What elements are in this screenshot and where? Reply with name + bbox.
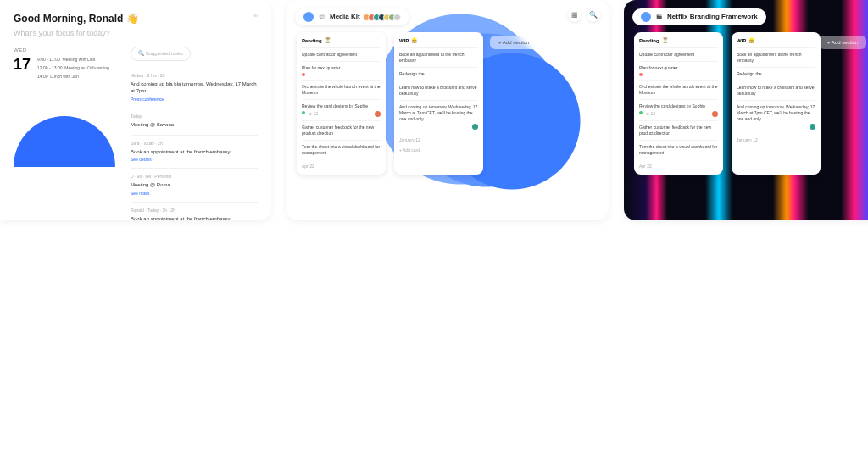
feed-item[interactable]: Today Meeting @ Savona: [131, 108, 258, 136]
board-emoji-icon: 📰: [319, 14, 325, 20]
construction-icon: 👷: [411, 37, 417, 44]
board-emoji-icon: 🎬: [656, 14, 662, 20]
board-title: Media Kit: [330, 12, 360, 21]
lane-pending: Pending⏳ Update contractor agreement Pla…: [297, 32, 386, 175]
search-icon[interactable]: 🔍: [587, 8, 600, 22]
card[interactable]: Learn how to make a croissant and serve …: [399, 81, 478, 100]
decorative-semicircle: [14, 116, 115, 167]
agenda-item[interactable]: 12:00 - 13:00 Meeting re: Onboarding: [37, 65, 109, 71]
add-card-button[interactable]: + Add card: [399, 143, 478, 153]
board-header[interactable]: 🎬 Netflix Branding Framework: [632, 8, 766, 25]
board-netflix-neon: 🎬 Netflix Branding Framework + Add secti…: [624, 0, 868, 220]
card[interactable]: Orchestrate the whole launch event at th…: [302, 80, 381, 99]
collaborator-avatars[interactable]: [365, 14, 401, 21]
agenda-item[interactable]: 14:00 Lunch with Jan: [37, 74, 109, 80]
card[interactable]: Gather customer feedback for the new pro…: [639, 120, 718, 140]
card[interactable]: Plan for next quarter: [639, 61, 718, 80]
hourglass-icon: ⏳: [325, 37, 331, 44]
greeting: Good Morning, Ronald 👋: [14, 12, 258, 26]
card[interactable]: Plan for next quarter: [302, 61, 381, 80]
card[interactable]: Orchestrate the whole launch event at th…: [639, 80, 718, 99]
card[interactable]: Book an appointment at the french embass…: [399, 47, 478, 67]
feed-item[interactable]: Ronald · Today · 3h · 2h Book an appoint…: [131, 203, 258, 220]
home-icon[interactable]: [303, 12, 314, 22]
lane-pending: Pending⏳ Update contractor agreement Pla…: [634, 32, 723, 175]
grid-view-icon[interactable]: ▦: [568, 8, 581, 22]
board-header[interactable]: 📰 Media Kit: [295, 8, 409, 25]
feed-item[interactable]: Sara · Today · 2h Book an appointment at…: [131, 136, 258, 169]
suggested-tasks-search[interactable]: 🔍 Suggested tasks: [131, 47, 191, 60]
card[interactable]: Learn how to make a croissant and serve …: [737, 81, 815, 100]
card[interactable]: And coming up tomorrow, Wednesday, 17 Ma…: [737, 100, 815, 133]
add-section-button[interactable]: + Add section: [490, 36, 537, 49]
pin-icon[interactable]: ⊕: [253, 12, 258, 19]
card[interactable]: And coming up tomorrow, Wednesday, 17 Ma…: [399, 100, 478, 133]
home-icon[interactable]: [641, 12, 651, 22]
card[interactable]: Turn the sheet into a visual dashboard f…: [302, 140, 381, 159]
card[interactable]: Update contractor agreement: [639, 47, 718, 61]
card[interactable]: Redesign the: [399, 67, 478, 81]
board-title: Netflix Branding Framework: [667, 12, 758, 21]
card[interactable]: Redesign the: [737, 67, 815, 81]
lane-wip: WIP👷 Book an appointment at the french e…: [732, 32, 821, 175]
feed-item[interactable]: Mickey · 2 hrs · 2h And coming up bla bl…: [131, 68, 258, 108]
date-number: 17: [14, 54, 31, 75]
board-mediakit-blue: 📰 Media Kit ▦ 🔍 Pending⏳ Update contract…: [287, 0, 609, 220]
greeting-subtitle: What's your focus for today?: [14, 28, 258, 39]
date-weekday: WED: [14, 47, 27, 53]
lane-footer-date: January 12: [399, 133, 478, 143]
card[interactable]: Review the card designs by Sophie⊕ 12: [302, 99, 381, 120]
feed-item[interactable]: D · 9d · set · Personal Meeting @ Roma S…: [131, 169, 258, 202]
add-section-button[interactable]: + Add section: [819, 36, 866, 49]
card[interactable]: Gather customer feedback for the new pro…: [302, 120, 381, 140]
lane-wip: WIP👷 Book an appointment at the french e…: [394, 32, 483, 175]
card[interactable]: Update contractor agreement: [302, 47, 381, 61]
card[interactable]: Review the card designs by Sophie⊕ 12: [639, 99, 718, 120]
dashboard-panel: Good Morning, Ronald 👋 What's your focus…: [0, 0, 271, 220]
lane-footer-date: Apr 22: [302, 159, 381, 170]
card[interactable]: Book an appointment at the french embass…: [737, 47, 815, 67]
card[interactable]: Turn the sheet into a visual dashboard f…: [639, 140, 718, 159]
agenda-item[interactable]: 9:00 - 11:00 Meeting with Lisa: [37, 57, 109, 63]
